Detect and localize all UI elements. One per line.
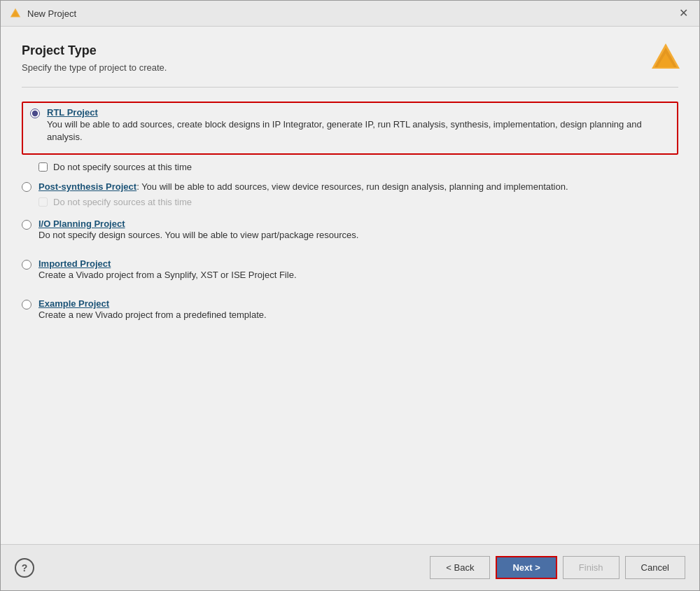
- post-synthesis-no-sources-label: Do not specify sources at this time: [53, 197, 192, 207]
- footer: ? < Back Next > Finish Cancel: [1, 544, 699, 590]
- post-synthesis-radio[interactable]: [22, 182, 31, 192]
- content-area: Project Type Specify the type of project…: [1, 27, 699, 544]
- example-radio[interactable]: [22, 300, 31, 310]
- divider: [22, 87, 678, 88]
- post-synthesis-no-sources-checkbox[interactable]: [38, 197, 48, 207]
- page-subtitle: Specify the type of project to create.: [22, 62, 678, 73]
- example-text: Example Project Create a new Vivado proj…: [38, 298, 267, 327]
- rtl-no-sources-checkbox[interactable]: [38, 162, 48, 172]
- imported-radio-row: Imported Project Create a Vivado project…: [22, 258, 678, 287]
- page-title: Project Type: [22, 43, 678, 58]
- dialog-title: New Project: [27, 8, 76, 19]
- io-planning-radio[interactable]: [22, 220, 31, 230]
- rtl-label[interactable]: RTL Project: [47, 107, 98, 118]
- post-synthesis-description: Post-synthesis Project: You will be able…: [38, 181, 568, 193]
- io-planning-radio-row: I/O Planning Project Do not specify desi…: [22, 218, 678, 247]
- footer-right: < Back Next > Finish Cancel: [430, 556, 685, 579]
- new-project-dialog: New Project ✕ Project Type Specify the t…: [0, 0, 700, 591]
- next-button[interactable]: Next >: [496, 556, 556, 579]
- vivado-title-icon: [9, 7, 22, 20]
- rtl-no-sources-label: Do not specify sources at this time: [53, 162, 192, 172]
- imported-radio[interactable]: [22, 260, 31, 270]
- help-button[interactable]: ?: [15, 558, 34, 578]
- rtl-option-inner: RTL Project: [30, 107, 670, 118]
- close-button[interactable]: ✕: [676, 6, 691, 20]
- finish-button[interactable]: Finish: [563, 556, 620, 579]
- imported-label[interactable]: Imported Project: [38, 258, 297, 269]
- vivado-logo: [649, 41, 682, 74]
- example-option: Example Project Create a new Vivado proj…: [22, 298, 678, 327]
- io-planning-description: Do not specify design sources. You will …: [38, 229, 358, 242]
- footer-left: ?: [15, 558, 34, 578]
- title-bar: New Project ✕: [1, 1, 699, 27]
- post-synthesis-radio-row: Post-synthesis Project: You will be able…: [22, 181, 678, 193]
- rtl-description: You will be able to add sources, create …: [47, 118, 670, 144]
- imported-option: Imported Project Create a Vivado project…: [22, 258, 678, 287]
- back-button[interactable]: < Back: [430, 556, 490, 579]
- io-planning-label[interactable]: I/O Planning Project: [38, 218, 358, 229]
- rtl-option-box: RTL Project You will be able to add sour…: [22, 102, 678, 155]
- io-planning-option: I/O Planning Project Do not specify desi…: [22, 218, 678, 247]
- post-synthesis-label: Post-synthesis Project: [38, 181, 136, 192]
- example-radio-row: Example Project Create a new Vivado proj…: [22, 298, 678, 327]
- title-bar-left: New Project: [9, 7, 76, 20]
- post-synthesis-checkbox-row: Do not specify sources at this time: [38, 197, 678, 207]
- rtl-checkbox-row: Do not specify sources at this time: [38, 162, 678, 172]
- cancel-button[interactable]: Cancel: [625, 556, 685, 579]
- example-label[interactable]: Example Project: [38, 298, 267, 309]
- imported-text: Imported Project Create a Vivado project…: [38, 258, 297, 287]
- example-description: Create a new Vivado project from a prede…: [38, 309, 267, 321]
- imported-description: Create a Vivado project from a Synplify,…: [38, 269, 297, 281]
- io-planning-text: I/O Planning Project Do not specify desi…: [38, 218, 358, 247]
- post-synthesis-option: Post-synthesis Project: You will be able…: [22, 181, 678, 207]
- rtl-radio[interactable]: [30, 109, 40, 118]
